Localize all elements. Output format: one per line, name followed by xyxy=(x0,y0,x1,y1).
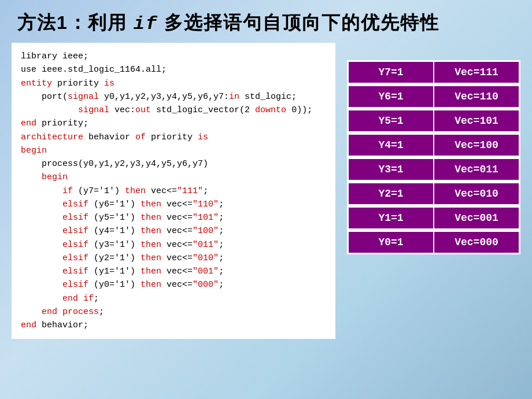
code-line: elsif (y3='1') then vec<="011"; xyxy=(21,238,326,252)
code-line: if (y7='1') then vec<="111"; xyxy=(21,184,326,198)
truth-cell-y: Y5=1 xyxy=(348,110,434,132)
truth-cell-y: Y1=1 xyxy=(348,207,434,229)
truth-cell-y: Y7=1 xyxy=(348,61,434,83)
code-line: elsif (y1='1') then vec<="001"; xyxy=(21,265,326,278)
truth-cell-y: Y3=1 xyxy=(348,158,434,180)
table-row: Y1=1Vec=001 xyxy=(347,206,520,230)
truth-cell-vec: Vec=101 xyxy=(434,110,519,132)
code-line: end if; xyxy=(21,292,326,305)
table-row: Y4=1Vec=100 xyxy=(347,133,520,157)
truth-cell-vec: Vec=110 xyxy=(434,86,519,108)
truth-cell-y: Y2=1 xyxy=(348,183,434,205)
table-row: Y2=1Vec=010 xyxy=(347,182,520,206)
truth-cell-vec: Vec=010 xyxy=(434,183,519,205)
code-line: library ieee; xyxy=(21,50,326,63)
truth-cell-y: Y4=1 xyxy=(348,134,434,156)
code-line: use ieee.std_logic_1164.all; xyxy=(21,63,326,76)
truth-cell-vec: Vec=111 xyxy=(434,61,519,83)
table-row: Y7=1Vec=111 xyxy=(347,60,520,84)
code-line: begin xyxy=(21,144,326,157)
code-line: elsif (y2='1') then vec<="010"; xyxy=(21,252,326,265)
code-line: elsif (y6='1') then vec<="110"; xyxy=(21,198,326,211)
code-block: library ieee;use ieee.std_logic_1164.all… xyxy=(12,43,335,339)
table-row: Y0=1Vec=000 xyxy=(347,230,520,254)
code-line: entity priority is xyxy=(21,77,326,90)
truth-table: Y7=1Vec=111Y6=1Vec=110Y5=1Vec=101Y4=1Vec… xyxy=(347,60,520,254)
truth-cell-y: Y6=1 xyxy=(348,86,434,108)
page-title: 方法1：利用 if 多选择语句自顶向下的优先特性 xyxy=(0,0,532,43)
code-line: elsif (y0='1') then vec<="000"; xyxy=(21,278,326,291)
truth-cell-vec: Vec=011 xyxy=(434,158,519,180)
code-line: elsif (y5='1') then vec<="101"; xyxy=(21,211,326,224)
code-line: architecture behavior of priority is xyxy=(21,131,326,144)
code-line: elsif (y4='1') then vec<="100"; xyxy=(21,224,326,238)
code-line: end process; xyxy=(21,305,326,319)
truth-cell-vec: Vec=000 xyxy=(434,231,519,253)
truth-cell-vec: Vec=100 xyxy=(434,134,519,156)
truth-cell-vec: Vec=001 xyxy=(434,207,519,229)
table-row: Y3=1Vec=011 xyxy=(347,157,520,182)
table-row: Y5=1Vec=101 xyxy=(347,109,520,133)
code-line: process(y0,y1,y2,y3,y4,y5,y6,y7) xyxy=(21,157,326,171)
code-line: begin xyxy=(21,171,326,184)
table-row: Y6=1Vec=110 xyxy=(347,84,520,109)
code-line: end behavior; xyxy=(21,319,326,332)
truth-cell-y: Y0=1 xyxy=(348,231,434,253)
code-line: end priority; xyxy=(21,117,326,130)
code-line: port(signal y0,y1,y2,y3,y4,y5,y6,y7:in s… xyxy=(21,90,326,104)
code-line: signal vec:out std_logic_vector(2 downto… xyxy=(21,104,326,117)
